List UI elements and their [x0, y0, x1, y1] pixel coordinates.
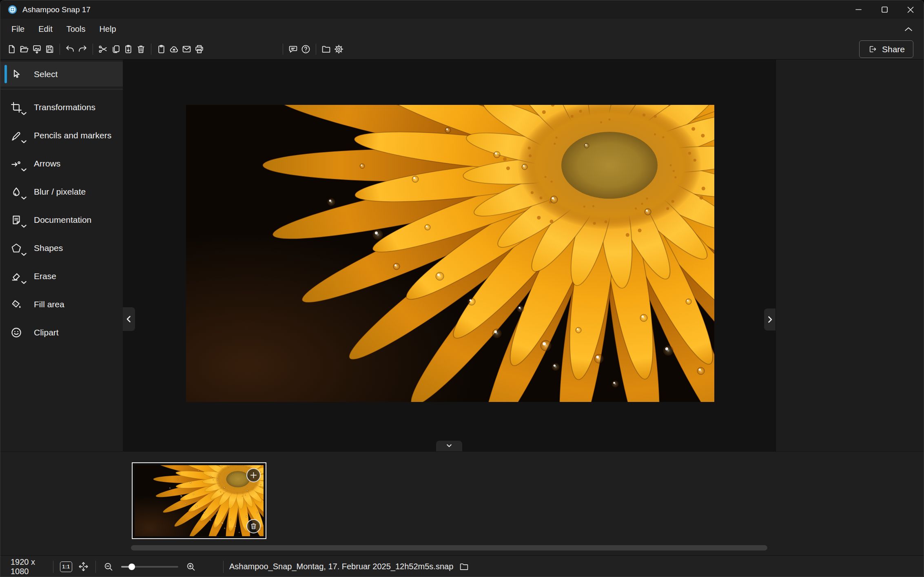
maximize-button[interactable] — [871, 0, 897, 19]
capture-thumbnail[interactable] — [132, 462, 266, 539]
save-button[interactable] — [43, 41, 56, 58]
email-button[interactable] — [180, 41, 193, 58]
sidebar-item-arrows[interactable]: Arrows — [0, 149, 123, 178]
right-panel — [776, 60, 924, 451]
print-button[interactable] — [193, 41, 206, 58]
arrow-tool-icon — [9, 157, 23, 171]
marker-pen-icon — [9, 129, 23, 142]
chevron-down-icon — [21, 140, 27, 144]
statusbar: 1920 x 1080 1:1 Ashampoo_Snap_Montag, 17… — [0, 555, 924, 577]
save-icon — [44, 44, 55, 54]
sidebar-item-fill-area[interactable]: Fill area — [0, 290, 123, 318]
sidebar-item-label: Arrows — [34, 158, 60, 169]
statusbar-separator — [223, 561, 224, 573]
menu-tools[interactable]: Tools — [60, 19, 93, 39]
next-capture-button[interactable] — [764, 308, 776, 331]
zoom-out-button[interactable] — [103, 561, 114, 572]
chevron-down-icon — [21, 112, 27, 115]
menu-edit[interactable]: Edit — [31, 19, 59, 39]
cloud-upload-button[interactable] — [168, 41, 180, 58]
new-file-icon — [7, 44, 17, 54]
sidebar-item-label: Transformations — [34, 102, 95, 113]
redo-button[interactable] — [76, 41, 89, 58]
collapse-canvas-button[interactable] — [436, 441, 462, 451]
settings-button[interactable] — [332, 41, 345, 58]
new-capture-button[interactable] — [5, 41, 18, 58]
help-button[interactable] — [299, 41, 312, 58]
toolbar-separator — [93, 44, 93, 55]
eraser-icon — [9, 269, 23, 283]
maximize-icon — [881, 6, 888, 13]
pentagon-icon — [9, 241, 23, 255]
sidebar-item-select[interactable]: Select — [0, 62, 123, 87]
image-export-icon — [32, 44, 42, 54]
folder-icon — [459, 561, 469, 572]
copy-button[interactable] — [109, 41, 122, 58]
fit-pan-button[interactable] — [78, 561, 89, 572]
delete-button[interactable] — [135, 41, 147, 58]
sidebar-item-label: Select — [34, 69, 58, 80]
menu-file[interactable]: File — [4, 19, 31, 39]
add-capture-button[interactable] — [246, 468, 261, 482]
open-file-button[interactable] — [18, 41, 31, 58]
undo-button[interactable] — [64, 41, 76, 58]
redo-icon — [78, 44, 88, 54]
chevron-left-icon — [125, 315, 133, 323]
window-title: Ashampoo Snap 17 — [22, 5, 91, 14]
trash-icon — [136, 44, 146, 54]
chevron-down-icon — [21, 224, 27, 228]
previous-capture-button[interactable] — [123, 307, 135, 331]
toolbar: Share — [0, 39, 924, 60]
sidebar-item-erase[interactable]: Erase — [0, 262, 123, 290]
open-folder-icon — [19, 44, 29, 54]
cut-button[interactable] — [97, 41, 109, 58]
smiley-icon — [9, 326, 23, 340]
statusbar-separator — [95, 561, 96, 573]
menubar: File Edit Tools Help — [0, 19, 924, 39]
open-file-location-button[interactable] — [459, 561, 469, 572]
actual-size-button[interactable]: 1:1 — [60, 561, 72, 572]
export-image-button[interactable] — [31, 41, 43, 58]
canvas-area[interactable] — [123, 60, 776, 451]
trash-icon — [250, 522, 257, 530]
thumbnail-scrollbar[interactable] — [131, 545, 767, 550]
collapse-toolbar-button[interactable] — [904, 26, 913, 32]
active-accent-bar — [4, 65, 7, 83]
gear-icon — [334, 44, 344, 54]
toolbar-separator — [316, 44, 316, 55]
zoom-slider-thumb[interactable] — [129, 564, 135, 570]
printer-icon — [194, 44, 204, 54]
toolbar-separator — [151, 44, 151, 55]
share-button[interactable]: Share — [859, 40, 913, 58]
main-region: Select Transformations Pencils and marke… — [0, 60, 924, 451]
close-button[interactable] — [897, 0, 924, 19]
zoom-in-button[interactable] — [186, 561, 196, 572]
help-icon — [301, 44, 311, 54]
paste-button[interactable] — [122, 41, 135, 58]
crop-icon — [9, 100, 23, 114]
sidebar-item-blur-pixelate[interactable]: Blur / pixelate — [0, 178, 123, 206]
captures-folder-button[interactable] — [320, 41, 332, 58]
sidebar-item-pencils-markers[interactable]: Pencils and markers — [0, 121, 123, 149]
captured-image[interactable] — [186, 105, 714, 402]
clipboard-button[interactable] — [155, 41, 168, 58]
delete-capture-button[interactable] — [246, 519, 261, 533]
window-controls — [845, 0, 924, 19]
chevron-down-icon — [21, 281, 27, 284]
fill-bucket-icon — [9, 297, 23, 311]
sidebar-item-documentation[interactable]: Documentation — [0, 206, 123, 234]
thumbnail-image — [135, 465, 264, 536]
chevron-down-icon — [21, 253, 27, 256]
feedback-button[interactable] — [287, 41, 299, 58]
sidebar-item-clipart[interactable]: Clipart — [0, 318, 123, 346]
sidebar-item-shapes[interactable]: Shapes — [0, 234, 123, 262]
cloud-upload-icon — [169, 44, 179, 54]
scissors-icon — [98, 44, 108, 54]
minimize-button[interactable] — [845, 0, 871, 19]
app-window: Ashampoo Snap 17 File Edit Tools Help — [0, 0, 924, 577]
menu-help[interactable]: Help — [92, 19, 123, 39]
resolution-label: 1920 x 1080 — [11, 557, 50, 576]
sidebar-item-transformations[interactable]: Transformations — [0, 93, 123, 121]
zoom-slider[interactable] — [121, 563, 178, 571]
close-icon — [907, 6, 914, 13]
